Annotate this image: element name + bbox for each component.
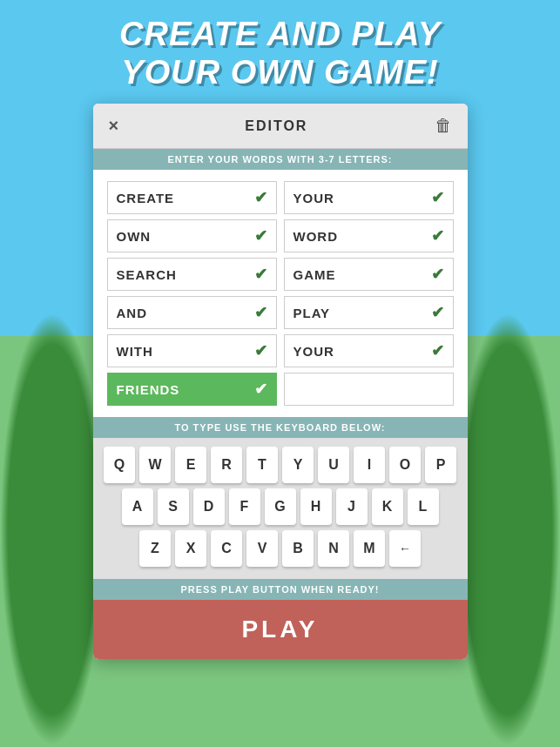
- word-text: FRIENDS: [117, 382, 254, 397]
- check-icon: ✔: [431, 265, 444, 284]
- check-icon: ✔: [254, 380, 267, 399]
- keyboard: Q W E R T Y U I O P A S D F G H J K L Z …: [93, 438, 468, 579]
- key-l[interactable]: L: [408, 488, 439, 525]
- trash-button[interactable]: 🗑: [435, 116, 452, 136]
- word-cell-word[interactable]: WORD ✔: [284, 219, 454, 252]
- key-z[interactable]: Z: [139, 530, 171, 567]
- key-v[interactable]: V: [246, 530, 278, 567]
- key-s[interactable]: S: [158, 488, 189, 525]
- key-r[interactable]: R: [211, 447, 242, 483]
- words-grid: CREATE ✔ YOUR ✔ OWN ✔ WORD ✔ SEARCH ✔ GA…: [93, 170, 468, 417]
- editor-header: × EDITOR 🗑: [93, 104, 468, 149]
- key-m[interactable]: M: [354, 530, 385, 567]
- editor-title: EDITOR: [245, 118, 307, 134]
- word-text: WITH: [117, 344, 254, 359]
- word-cell-your1[interactable]: YOUR ✔: [284, 181, 454, 214]
- key-i[interactable]: I: [354, 447, 385, 483]
- bg-trees-left: [0, 312, 105, 747]
- key-p[interactable]: P: [425, 447, 456, 483]
- key-a[interactable]: A: [122, 488, 153, 525]
- bg-trees-right: [455, 312, 560, 747]
- check-icon: ✔: [431, 226, 444, 246]
- word-cell-with[interactable]: WITH ✔: [107, 334, 277, 367]
- word-cell-empty[interactable]: [284, 373, 454, 406]
- key-f[interactable]: F: [229, 488, 260, 525]
- word-text: PLAY: [293, 306, 431, 320]
- word-cell-friends[interactable]: FRIENDS ✔: [107, 373, 277, 406]
- play-ready-label: PRESS PLAY BUTTON WHEN READY!: [93, 579, 468, 600]
- check-icon: ✔: [254, 265, 267, 284]
- close-button[interactable]: ×: [109, 116, 119, 136]
- word-text: CREATE: [117, 191, 254, 205]
- word-cell-game[interactable]: GAME ✔: [284, 258, 454, 291]
- word-cell-search[interactable]: SEARCH ✔: [107, 258, 277, 291]
- key-y[interactable]: Y: [282, 447, 314, 483]
- key-o[interactable]: O: [389, 447, 421, 483]
- check-icon: ✔: [254, 226, 267, 246]
- check-icon: ✔: [431, 303, 444, 322]
- check-icon: ✔: [254, 188, 267, 207]
- key-t[interactable]: T: [246, 447, 278, 483]
- word-cell-create[interactable]: CREATE ✔: [107, 181, 277, 214]
- key-q[interactable]: Q: [104, 447, 135, 483]
- key-g[interactable]: G: [265, 488, 296, 525]
- editor-panel: × EDITOR 🗑 ENTER YOUR WORDS WITH 3-7 LET…: [93, 104, 468, 659]
- play-button[interactable]: PLAY: [93, 600, 468, 659]
- word-text: OWN: [117, 229, 254, 244]
- key-x[interactable]: X: [175, 530, 206, 567]
- key-backspace[interactable]: ←: [389, 530, 421, 567]
- word-cell-play[interactable]: PLAY ✔: [284, 296, 454, 329]
- word-text: WORD: [293, 229, 431, 244]
- key-e[interactable]: E: [175, 447, 206, 483]
- key-d[interactable]: D: [193, 488, 225, 525]
- check-icon: ✔: [431, 188, 444, 207]
- words-section-label: ENTER YOUR WORDS WITH 3-7 LETTERS:: [93, 149, 468, 170]
- key-h[interactable]: H: [300, 488, 332, 525]
- word-cell-own[interactable]: OWN ✔: [107, 219, 277, 252]
- word-text: GAME: [293, 267, 431, 282]
- key-j[interactable]: J: [336, 488, 368, 525]
- key-k[interactable]: K: [372, 488, 403, 525]
- word-cell-and[interactable]: AND ✔: [107, 296, 277, 329]
- key-c[interactable]: C: [211, 530, 242, 567]
- keyboard-row-1: Q W E R T Y U I O P: [100, 447, 461, 483]
- word-text: YOUR: [293, 344, 431, 359]
- check-icon: ✔: [431, 341, 444, 360]
- key-n[interactable]: N: [318, 530, 349, 567]
- keyboard-section-label: TO TYPE USE THE KEYBOARD BELOW:: [93, 417, 468, 438]
- check-icon: ✔: [254, 303, 267, 322]
- key-w[interactable]: W: [139, 447, 171, 483]
- word-text: SEARCH: [117, 267, 254, 282]
- word-cell-your2[interactable]: YOUR ✔: [284, 334, 454, 367]
- key-b[interactable]: B: [282, 530, 314, 567]
- word-text: YOUR: [293, 191, 431, 205]
- word-text: AND: [117, 306, 254, 320]
- page-title: CREATE AND PLAY YOUR OWN GAME!: [0, 0, 560, 104]
- keyboard-row-2: A S D F G H J K L: [100, 488, 461, 525]
- key-u[interactable]: U: [318, 447, 349, 483]
- keyboard-row-3: Z X C V B N M ←: [100, 530, 461, 567]
- check-icon: ✔: [254, 341, 267, 360]
